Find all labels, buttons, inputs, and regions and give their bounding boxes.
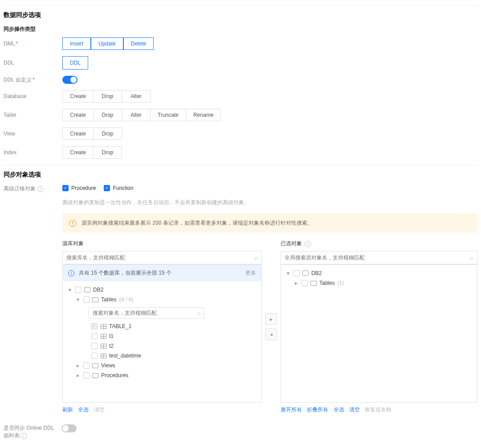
caret-right-icon[interactable]: ▸	[293, 280, 299, 286]
source-objects-label: 源库对象	[62, 240, 84, 247]
folder-icon	[92, 296, 98, 303]
db-checkbox[interactable]	[75, 287, 82, 293]
database-icon	[302, 270, 309, 276]
tables-checkbox[interactable]	[83, 296, 90, 303]
index-drop-button[interactable]: Drop	[94, 146, 122, 159]
table-create-button[interactable]: Create	[62, 109, 94, 121]
tree-row-tables[interactable]: ▸ Tables (1)	[291, 278, 475, 288]
source-tree: ▾ DB2 ▾ Tables (4 / 4) ⌕	[63, 281, 261, 402]
clear-link: 清空	[94, 407, 105, 413]
database-create-button[interactable]: Create	[62, 90, 94, 103]
restore-name-link: 恢复原名称	[365, 407, 391, 413]
caret-right-icon[interactable]: ▸	[75, 372, 81, 378]
tree-row-tables[interactable]: ▾ Tables (4 / 4)	[73, 295, 260, 304]
selected-objects-label: 已选对象	[281, 240, 302, 247]
folder-icon	[92, 372, 98, 378]
online-ddl-switch[interactable]	[61, 424, 77, 432]
caret-down-icon[interactable]: ▾	[285, 270, 291, 276]
ddl-custom-switch[interactable]	[62, 76, 77, 84]
adv-obj-hint: 高级对象的复制是一次性动作，在任务启动后，不会再复制新创建的高级对象。	[62, 199, 477, 206]
info-icon: i	[305, 241, 311, 247]
table-name: t1	[109, 333, 114, 339]
database-drop-button[interactable]: Drop	[94, 90, 122, 103]
expand-all-link[interactable]: 展开所有	[281, 407, 302, 413]
table-icon	[100, 343, 106, 349]
select-all-link[interactable]: 全选	[334, 407, 344, 413]
dml-delete-button[interactable]: Delete	[123, 37, 154, 50]
table-checkbox[interactable]	[91, 333, 98, 339]
dml-insert-button[interactable]: Insert	[62, 37, 91, 50]
table-checkbox[interactable]	[91, 323, 98, 329]
database-icon	[84, 287, 90, 293]
caret-right-icon[interactable]: ▸	[75, 362, 81, 369]
table-label: Table	[4, 112, 62, 118]
search-limit-alert: ! 源实例对象搜索结果最多展示 200 条记录，如需查看更多对象，请指定对象名称…	[62, 214, 477, 233]
database-alter-button[interactable]: Alter	[122, 90, 151, 103]
view-drop-button[interactable]: Drop	[94, 127, 122, 140]
tree-row-table1[interactable]: TABLE_1	[89, 321, 260, 331]
warning-icon: !	[69, 220, 76, 227]
tables-label: Tables	[319, 280, 335, 286]
dml-button-group: Insert Update Delete	[62, 37, 154, 50]
procedures-checkbox[interactable]	[83, 372, 90, 378]
dml-label: DML*	[4, 41, 62, 47]
ddl-button[interactable]: DDL	[62, 56, 88, 70]
tables-checkbox[interactable]	[302, 280, 308, 286]
db-name: DB2	[311, 270, 322, 276]
folder-icon	[92, 362, 98, 369]
tree-row-db[interactable]: ▾ DB2	[283, 268, 475, 278]
index-create-button[interactable]: Create	[62, 146, 94, 159]
tree-row-views[interactable]: ▸ Views	[73, 361, 260, 370]
procedure-checkbox[interactable]: Procedure	[62, 185, 96, 191]
tables-count: (4 / 4)	[119, 296, 133, 303]
caret-down-icon[interactable]: ▾	[67, 287, 73, 293]
view-button-group: Create Drop	[62, 127, 122, 140]
table-truncate-button[interactable]: Truncate	[151, 109, 186, 121]
db-name: DB2	[93, 287, 103, 293]
tree-row-table3[interactable]: t2	[89, 341, 260, 351]
table-drop-button[interactable]: Drop	[94, 109, 122, 121]
search-icon: ⌕	[254, 254, 258, 261]
tree-row-table4[interactable]: test_datetime	[89, 351, 260, 361]
source-search-input[interactable]: ⌕	[62, 251, 262, 264]
source-info-text: 共有 15 个数据库，当前展示全部 15 个	[79, 269, 171, 277]
source-inner-search[interactable]: ⌕	[89, 307, 204, 319]
refresh-link[interactable]: 刷新	[62, 407, 73, 413]
tree-row-db[interactable]: ▾ DB2	[65, 285, 260, 295]
table-rename-button[interactable]: Rename	[186, 109, 221, 121]
select-all-link[interactable]: 全选	[78, 407, 89, 413]
move-left-button[interactable]: ◂	[265, 329, 277, 340]
selected-search-input[interactable]: ⌕	[281, 251, 477, 264]
database-button-group: Create Drop Alter	[62, 90, 151, 103]
table-checkbox[interactable]	[91, 353, 98, 359]
db-checkbox[interactable]	[293, 270, 300, 276]
source-info-more[interactable]: 更多	[245, 269, 256, 277]
function-checkbox[interactable]: Function	[104, 185, 133, 191]
ddl-custom-label: DDL 自定义*	[4, 76, 62, 84]
table-icon	[100, 333, 106, 339]
folder-icon	[310, 280, 317, 286]
ddl-label: DDL	[4, 60, 62, 66]
table-alter-button[interactable]: Alter	[122, 109, 151, 121]
clear-link[interactable]: 清空	[349, 407, 360, 413]
tables-count: (1)	[338, 280, 344, 286]
tree-row-procedures[interactable]: ▸ Procedures	[73, 370, 260, 380]
sync-op-type-subtitle: 同步操作类型	[4, 25, 477, 33]
alert-text: 源实例对象搜索结果最多展示 200 条记录，如需查看更多对象，请指定对象名称进行…	[82, 219, 313, 227]
view-create-button[interactable]: Create	[62, 127, 94, 140]
source-actions: 刷新 全选 清空	[62, 406, 262, 414]
source-info-bar: i 共有 15 个数据库，当前展示全部 15 个 更多	[63, 265, 261, 281]
online-ddl-label: 是否同步 Online DDL 临时表i	[4, 424, 57, 440]
table-checkbox[interactable]	[91, 343, 98, 349]
search-icon: ⌕	[197, 310, 200, 316]
table-name: test_datetime	[109, 353, 141, 359]
sync-targets-title: 同步对象选项	[4, 171, 477, 179]
tables-label: Tables	[101, 296, 117, 303]
sync-options-title: 数据同步选项	[4, 11, 477, 19]
dml-update-button[interactable]: Update	[91, 37, 123, 50]
caret-down-icon[interactable]: ▾	[75, 296, 81, 303]
move-right-button[interactable]: ▸	[265, 313, 277, 325]
collapse-all-link[interactable]: 折叠所有	[307, 407, 328, 413]
views-checkbox[interactable]	[83, 362, 90, 369]
tree-row-table2[interactable]: t1	[89, 331, 260, 341]
